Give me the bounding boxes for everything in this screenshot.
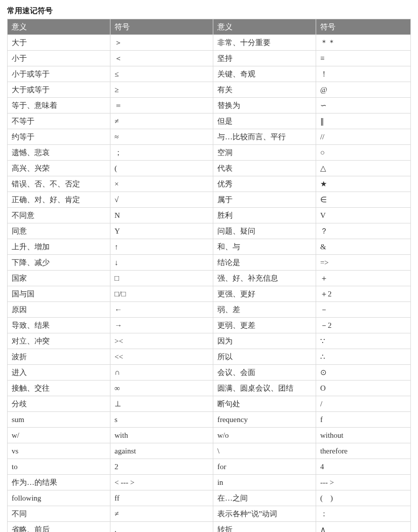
table-row: 大于或等于≥有关@ bbox=[8, 82, 411, 98]
symbol-cell: << bbox=[110, 349, 213, 365]
symbol-cell: ≠ bbox=[110, 506, 213, 522]
symbol-cell: ( bbox=[110, 161, 213, 176]
meaning-cell: vs bbox=[8, 443, 110, 459]
symbol-cell: ∵ bbox=[316, 333, 410, 349]
symbol-cell: ∧ bbox=[316, 522, 410, 533]
table-row: 原因←弱、差－ bbox=[8, 302, 411, 318]
symbol-cell: Y bbox=[110, 223, 213, 239]
table-row: 约等于≈与…比较而言、平行// bbox=[8, 129, 411, 145]
meaning-cell: 同意 bbox=[8, 223, 110, 239]
meaning-cell: 更强、更好 bbox=[213, 286, 316, 302]
meaning-cell: 遗憾、悲哀 bbox=[8, 145, 110, 161]
symbol-cell: ； bbox=[110, 145, 213, 161]
table-row: 不等于≠但是‖ bbox=[8, 113, 411, 129]
meaning-cell: 不同 bbox=[8, 506, 110, 522]
symbol-cell: N bbox=[110, 208, 213, 223]
meaning-cell: 胜利 bbox=[213, 208, 316, 223]
symbol-cell: ↑ bbox=[110, 239, 213, 255]
col-header: 意义 bbox=[8, 19, 110, 35]
symbol-cell: / bbox=[316, 396, 410, 412]
meaning-cell: 进入 bbox=[8, 365, 110, 381]
symbol-cell: × bbox=[110, 176, 213, 192]
symbol-cell: ∽ bbox=[316, 98, 410, 113]
meaning-cell: 错误、否、不、否定 bbox=[8, 176, 110, 192]
symbol-cell: without bbox=[316, 428, 410, 443]
table-row: 分歧⊥断句处/ bbox=[8, 396, 411, 412]
symbol-cell: ⊥ bbox=[110, 396, 213, 412]
symbol-cell: f bbox=[316, 412, 410, 428]
meaning-cell: 关键、奇观 bbox=[213, 66, 316, 82]
table-row: 小于＜坚持≡ bbox=[8, 51, 411, 66]
symbol-cell: ＊＊ bbox=[316, 35, 410, 51]
table-row: 高兴、兴荣(代表△ bbox=[8, 161, 411, 176]
col-header: 符号 bbox=[110, 19, 213, 35]
symbol-cell: ⊙ bbox=[316, 365, 410, 381]
table-row: 省略、前后.转折∧ bbox=[8, 522, 411, 533]
table-row: 遗憾、悲哀；空洞○ bbox=[8, 145, 411, 161]
meaning-cell: 转折 bbox=[213, 522, 316, 533]
meaning-cell: to bbox=[8, 459, 110, 475]
table-header-row: 意义 符号 意义 符号 bbox=[8, 19, 411, 35]
symbol-cell: □/□ bbox=[110, 286, 213, 302]
shorthand-table: 意义 符号 意义 符号 大于＞非常、十分重要＊＊小于＜坚持≡小于或等于≤关键、奇… bbox=[7, 19, 411, 532]
symbol-cell: 4 bbox=[316, 459, 410, 475]
symbol-cell: ∈ bbox=[316, 192, 410, 208]
table-row: 错误、否、不、否定×优秀★ bbox=[8, 176, 411, 192]
meaning-cell: 分歧 bbox=[8, 396, 110, 412]
meaning-cell: 弱、差 bbox=[213, 302, 316, 318]
symbol-cell: ∞ bbox=[110, 381, 213, 396]
meaning-cell: 坚持 bbox=[213, 51, 316, 66]
col-header: 意义 bbox=[213, 19, 316, 35]
table-row: 波折<<所以∴ bbox=[8, 349, 411, 365]
meaning-cell: 高兴、兴荣 bbox=[8, 161, 110, 176]
symbol-cell: ← bbox=[110, 302, 213, 318]
symbol-cell: ？ bbox=[316, 223, 410, 239]
meaning-cell: 和、与 bbox=[213, 239, 316, 255]
symbol-cell: V bbox=[316, 208, 410, 223]
meaning-cell: \ bbox=[213, 443, 316, 459]
table-row: 不同≠表示各种“说”动词： bbox=[8, 506, 411, 522]
meaning-cell: sum bbox=[8, 412, 110, 428]
table-row: w/withw/owithout bbox=[8, 428, 411, 443]
symbol-cell: ≥ bbox=[110, 82, 213, 98]
meaning-cell: 属于 bbox=[213, 192, 316, 208]
symbol-cell: ＋2 bbox=[316, 286, 410, 302]
table-row: 不同意N胜利V bbox=[8, 208, 411, 223]
symbol-cell: ff bbox=[110, 490, 213, 506]
symbol-cell: @ bbox=[316, 82, 410, 98]
symbol-cell: ＞ bbox=[110, 35, 213, 51]
symbol-cell: △ bbox=[316, 161, 410, 176]
meaning-cell: 省略、前后 bbox=[8, 522, 110, 533]
table-row: 接触、交往∞圆满、圆桌会议、团结O bbox=[8, 381, 411, 396]
table-row: 小于或等于≤关键、奇观！ bbox=[8, 66, 411, 82]
meaning-cell: 作为…的结果 bbox=[8, 475, 110, 490]
symbol-cell: < --- > bbox=[110, 475, 213, 490]
symbol-cell: ： bbox=[316, 506, 410, 522]
table-row: followingff在…之间( ) bbox=[8, 490, 411, 506]
table-row: sumsfrequencyf bbox=[8, 412, 411, 428]
meaning-cell: 有关 bbox=[213, 82, 316, 98]
symbol-cell: ( ) bbox=[316, 490, 410, 506]
table-row: vsagainst\therefore bbox=[8, 443, 411, 459]
meaning-cell: 导致、结果 bbox=[8, 318, 110, 333]
meaning-cell: 约等于 bbox=[8, 129, 110, 145]
meaning-cell: 波折 bbox=[8, 349, 110, 365]
meaning-cell: 大于 bbox=[8, 35, 110, 51]
table-row: 导致、结果→更弱、更差－2 bbox=[8, 318, 411, 333]
symbol-cell: --- > bbox=[316, 475, 410, 490]
symbol-cell: － bbox=[316, 302, 410, 318]
meaning-cell: for bbox=[213, 459, 316, 475]
symbol-cell: against bbox=[110, 443, 213, 459]
symbol-cell: √ bbox=[110, 192, 213, 208]
meaning-cell: 国与国 bbox=[8, 286, 110, 302]
symbol-cell: ★ bbox=[316, 176, 410, 192]
meaning-cell: 大于或等于 bbox=[8, 82, 110, 98]
meaning-cell: 因为 bbox=[213, 333, 316, 349]
symbol-cell: ≤ bbox=[110, 66, 213, 82]
meaning-cell: 但是 bbox=[213, 113, 316, 129]
table-row: to2for4 bbox=[8, 459, 411, 475]
table-row: 同意Y问题、疑问？ bbox=[8, 223, 411, 239]
meaning-cell: w/o bbox=[213, 428, 316, 443]
meaning-cell: 在…之间 bbox=[213, 490, 316, 506]
symbol-cell: ！ bbox=[316, 66, 410, 82]
